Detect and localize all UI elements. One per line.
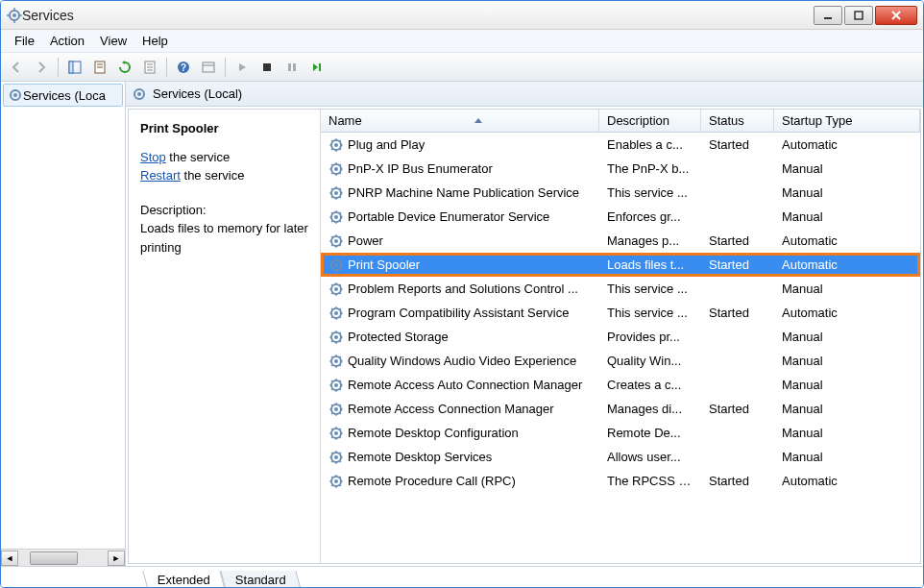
menu-help[interactable]: Help [134,32,176,50]
cell-name: Quality Windows Audio Video Experience [321,354,599,369]
svg-point-170 [334,479,338,483]
svg-point-120 [334,359,338,363]
cell-description: Loads files t... [599,257,701,272]
scroll-left-icon[interactable]: ◄ [1,551,18,566]
service-row[interactable]: Print SpoolerLoads files t...StartedAuto… [321,253,920,277]
service-row[interactable]: PowerManages p...StartedAutomatic [321,229,920,253]
svg-line-56 [340,196,342,198]
cell-description: The PnP-X b... [599,161,701,176]
refresh-button[interactable] [113,56,136,79]
service-row[interactable]: PNRP Machine Name Publication ServiceThi… [321,181,920,205]
svg-text:?: ? [181,62,186,73]
service-row[interactable]: Remote Access Auto Connection ManagerCre… [321,373,920,397]
svg-line-116 [340,340,342,342]
svg-line-75 [331,236,333,238]
cell-startup: Manual [774,426,920,440]
svg-point-110 [334,335,338,339]
scroll-track[interactable] [18,551,108,566]
svg-line-37 [331,148,333,150]
svg-line-106 [340,316,342,318]
svg-rect-24 [319,63,321,71]
cell-status: Started [701,233,774,248]
service-row[interactable]: Quality Windows Audio Video ExperienceQu… [321,349,920,373]
cell-startup: Automatic [774,233,920,248]
svg-line-88 [340,260,342,262]
export-list-button[interactable] [88,56,111,79]
scroll-right-icon[interactable]: ► [108,551,125,566]
gear-icon [328,402,344,417]
svg-line-177 [331,484,333,486]
menu-action[interactable]: Action [42,32,92,50]
svg-point-100 [334,311,338,315]
svg-line-135 [331,380,333,382]
svg-point-70 [334,239,338,243]
restart-service-link[interactable]: Restart [140,168,181,183]
cell-description: Allows user... [599,450,701,464]
column-startup-type[interactable]: Startup Type [774,110,920,132]
column-name[interactable]: Name [321,110,599,132]
view-tabs: Extended Standard [1,566,923,588]
maximize-button[interactable] [844,6,873,25]
cell-name: Remote Access Auto Connection Manager [321,378,599,393]
service-row[interactable]: Remote Procedure Call (RPC)The RPCSS s..… [321,469,920,493]
tree-node-services[interactable]: Services (Loca [3,84,123,107]
stop-service-button[interactable] [255,56,279,79]
svg-line-105 [331,308,333,310]
svg-line-125 [331,356,333,358]
menubar: File Action View Help [1,30,923,53]
column-status[interactable]: Status [701,110,774,132]
gear-icon [328,185,344,201]
service-row[interactable]: Remote Desktop ConfigurationRemote De...… [321,421,920,445]
properties-button[interactable] [138,56,161,79]
cell-name: Plug and Play [321,137,599,153]
description-label: Description: [140,201,308,220]
window-title: Services [22,8,814,23]
svg-line-148 [340,404,342,406]
gear-icon [8,87,23,103]
service-row[interactable]: Portable Device Enumerator ServiceEnforc… [321,205,920,229]
show-hide-tree-button[interactable] [63,56,86,79]
cell-description: Manages p... [599,233,701,248]
scroll-thumb[interactable] [30,551,78,565]
stop-service-link[interactable]: Stop [140,150,166,164]
main-area: Services (Loca ◄ ► Services (Local) Prin… [1,82,923,566]
service-row[interactable]: Plug and PlayEnables a c...StartedAutoma… [321,133,920,157]
service-row[interactable]: Problem Reports and Solutions Control ..… [321,277,920,301]
svg-line-175 [331,477,333,478]
cell-startup: Manual [774,450,920,464]
cell-name: Remote Procedure Call (RPC) [321,474,599,489]
svg-rect-19 [203,62,214,72]
service-row[interactable]: PnP-X IP Bus EnumeratorThe PnP-X b...Man… [321,157,920,181]
cell-name: Remote Access Connection Manager [321,402,599,417]
services-icon [7,8,22,23]
menu-view[interactable]: View [92,32,134,50]
svg-line-57 [331,196,333,198]
service-row[interactable]: Remote Access Connection ManagerManages … [321,397,920,421]
svg-line-127 [331,364,333,366]
sort-ascending-icon [474,118,482,123]
cell-startup: Automatic [774,306,920,320]
grid-body[interactable]: Plug and PlayEnables a c...StartedAutoma… [321,133,920,563]
service-row[interactable]: Program Compatibility Assistant ServiceT… [321,301,920,325]
tab-extended[interactable]: Extended [142,571,225,588]
close-button[interactable] [875,6,917,25]
svg-point-90 [334,287,338,291]
svg-line-95 [331,284,333,286]
toolbar-icon[interactable] [197,56,220,79]
svg-point-1 [12,13,16,17]
column-description[interactable]: Description [599,110,701,132]
tab-standard[interactable]: Standard [220,571,301,588]
restart-service-button[interactable] [305,56,328,79]
help-button[interactable]: ? [172,56,195,79]
service-row[interactable]: Remote Desktop ServicesAllows user...Man… [321,445,920,469]
minimize-button[interactable] [814,6,842,25]
tree-hscrollbar[interactable]: ◄ ► [1,549,125,566]
forward-button [30,56,53,79]
gear-icon [328,426,344,441]
svg-line-47 [331,172,333,174]
service-row[interactable]: Protected StorageProvides pr...Manual [321,325,920,349]
svg-line-87 [331,268,333,270]
svg-line-46 [340,172,342,174]
svg-line-136 [340,388,342,390]
menu-file[interactable]: File [7,32,42,50]
